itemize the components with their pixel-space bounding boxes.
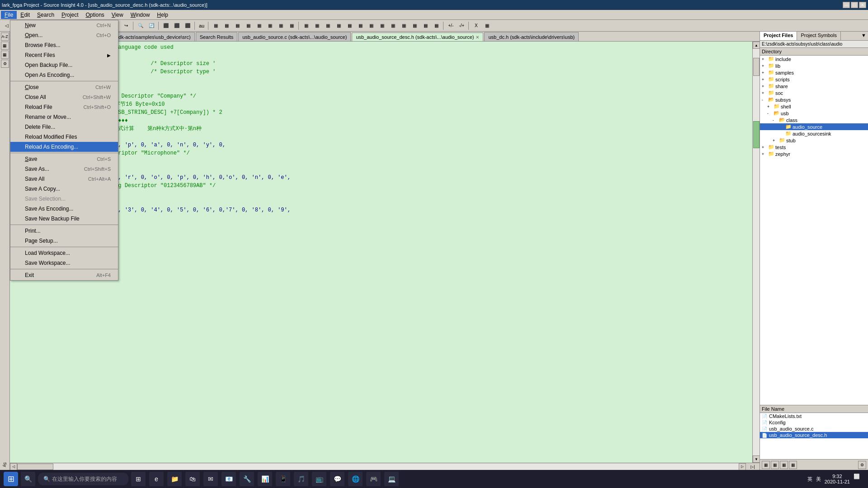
taskbar-clock[interactable]: 9:32 2020-11-21 [825, 474, 850, 484]
toolbar-btn-17[interactable]: ▦ [355, 21, 365, 30]
taskbar-btn-app8[interactable]: 🌐 [348, 472, 363, 486]
menu-item-save-encoding[interactable]: Save As Encoding... [10, 204, 118, 214]
tab-close-icon[interactable]: ✕ [476, 35, 479, 40]
start-button[interactable]: ⊞ [4, 472, 18, 486]
menu-item-save[interactable]: Save Ctrl+S [10, 154, 118, 164]
menu-item-save-workspace[interactable]: Save Workspace... [10, 258, 118, 268]
tree-item-share[interactable]: + 📁 share [760, 83, 868, 89]
toolbar-btn-23[interactable]: ▦ [420, 21, 430, 30]
tab-searchresults[interactable]: Search Results [196, 32, 238, 41]
sidebar-btn-1[interactable]: ▦ [1, 42, 9, 50]
right-panel-dropdown[interactable]: ▼ [859, 32, 868, 40]
scroll-track[interactable] [753, 49, 760, 455]
hscroll-left-btn[interactable]: ◁ [10, 463, 17, 470]
toolbar-btn-25[interactable]: X [471, 21, 481, 30]
menu-item-close[interactable]: Close Ctrl+W [10, 82, 118, 92]
menu-item-load-workspace[interactable]: Load Workspace... [10, 248, 118, 258]
menu-item-reload-encoding[interactable]: Reload As Encoding... [10, 142, 118, 152]
hscroll-right-btn[interactable]: ▷ [739, 463, 746, 470]
hscroll-thumb[interactable] [17, 464, 53, 470]
tab-usbaudiosource[interactable]: usb_audio_source.c (sdk-acts\...\audio_s… [238, 32, 351, 41]
menu-file[interactable]: File [1, 11, 17, 19]
menu-window[interactable]: Window [127, 11, 154, 19]
menu-item-open-backup[interactable]: Open Backup File... [10, 60, 118, 70]
rpanel-btn-3[interactable]: ▦ [780, 461, 788, 469]
tree-item-samples[interactable]: + 📁 samples [760, 69, 868, 76]
menu-item-print[interactable]: Print... [10, 226, 118, 236]
hscroll-track[interactable] [17, 464, 739, 470]
taskbar-btn-app7[interactable]: 💬 [330, 472, 344, 486]
maximize-button[interactable]: □ [851, 2, 858, 8]
toolbar-btn-find[interactable]: 🔍 [136, 21, 146, 30]
sidebar-btn-az[interactable]: A-Z [1, 33, 9, 41]
taskbar-notification[interactable]: ⬜ [854, 474, 864, 484]
sidebar-btn-3[interactable]: ⚙ [1, 60, 9, 68]
toolbar-btn-18[interactable]: ▦ [366, 21, 376, 30]
sidebar-label-sy[interactable]: Sy [3, 460, 7, 469]
tree-item-stub[interactable]: + 📁 stub [760, 137, 868, 144]
tree-item-tests[interactable]: + 📁 tests [760, 144, 868, 150]
menu-item-save-copy[interactable]: Save A Copy... [10, 184, 118, 194]
code-editor[interactable]: * 0x0409 English(US) language code used … [10, 42, 752, 463]
toolbar-btn-5[interactable]: ▦ [222, 21, 231, 30]
menu-item-pagesetup[interactable]: Page Setup... [10, 236, 118, 246]
toolbar-btn-14[interactable]: ▦ [323, 21, 333, 30]
menu-options[interactable]: Options [82, 11, 108, 19]
menu-item-recent[interactable]: Recent Files ▶ [10, 50, 118, 60]
tree-item-zephyr[interactable]: + 📁 zephyr [760, 150, 868, 157]
tree-item-audio-sourcesink[interactable]: 📁 audio_sourcesink [760, 130, 868, 137]
taskbar-btn-app5[interactable]: 🎵 [294, 472, 308, 486]
tree-item-scripts[interactable]: + 📁 scripts [760, 76, 868, 83]
menu-item-closeall[interactable]: Close All Ctrl+Shift+W [10, 92, 118, 102]
tree-item-lib[interactable]: + 📁 lib [760, 62, 868, 69]
rpanel-btn-2[interactable]: ▦ [771, 461, 779, 469]
toolbar-btn-11[interactable]: ▦ [287, 21, 297, 30]
menu-item-saveall[interactable]: Save All Ctrl+Alt+A [10, 174, 118, 184]
tree-item-audio-source[interactable]: 📁 audio_source [760, 123, 868, 130]
toolbar-btn-21[interactable]: ▦ [399, 21, 409, 30]
taskbar-btn-store[interactable]: 🛍 [185, 472, 200, 486]
toolbar-btn-13[interactable]: ▦ [312, 21, 322, 30]
toolbar-btn-20[interactable]: ▦ [388, 21, 398, 30]
taskbar-btn-view[interactable]: ⊞ [131, 472, 146, 486]
toolbar-btn-zoom[interactable]: +/- [446, 21, 456, 30]
toolbar-btn-12[interactable]: ▦ [301, 21, 311, 30]
taskbar-btn-app4[interactable]: 📱 [276, 472, 290, 486]
rpanel-btn-4[interactable]: ▦ [789, 461, 797, 469]
taskbar-btn-app1[interactable]: 📧 [222, 472, 236, 486]
right-tab-project-symbols[interactable]: Project Symbols [797, 32, 840, 40]
toolbar-btn-10[interactable]: ▦ [276, 21, 286, 30]
file-item-usbaudio-h[interactable]: 📄 usb_audio_source_desc.h [760, 432, 868, 438]
taskbar-btn-mail[interactable]: ✉ [203, 472, 218, 486]
taskbar-btn-edge[interactable]: e [149, 472, 164, 486]
scroll-thumb[interactable] [753, 58, 760, 76]
tree-item-subsys[interactable]: - 📂 subsys [760, 96, 868, 103]
close-button[interactable]: ✕ [859, 2, 866, 8]
menu-search[interactable]: Search [33, 11, 58, 19]
code-vscroll[interactable]: ▲ ▼ [752, 42, 760, 463]
toolbar-btn-16[interactable]: ▦ [344, 21, 354, 30]
menu-item-save-backup[interactable]: Save New Backup File [10, 214, 118, 224]
menu-item-open[interactable]: Open... Ctrl+O [10, 30, 118, 40]
menu-item-open-encoding[interactable]: Open As Encoding... [10, 70, 118, 80]
hscroll-more[interactable]: ▷| [746, 464, 760, 470]
menu-item-delete[interactable]: Delete File... [10, 122, 118, 132]
taskbar-btn-app10[interactable]: 💻 [384, 472, 399, 486]
rpanel-btn-settings[interactable]: ⚙ [858, 461, 866, 469]
menu-help[interactable]: Help [153, 11, 172, 19]
taskbar-btn-explorer[interactable]: 📁 [167, 472, 182, 486]
tree-item-include[interactable]: + 📁 include [760, 56, 868, 62]
tree-item-shell[interactable]: + 📁 shell [760, 103, 868, 110]
taskbar-btn-app6[interactable]: 📺 [312, 472, 326, 486]
toolbar-btn-7[interactable]: ▦ [243, 21, 253, 30]
tree-item-usb[interactable]: - 📂 usb [760, 110, 868, 117]
tree-item-soc[interactable]: + 📁 soc [760, 89, 868, 96]
toolbar-btn-2[interactable]: ⬛ [172, 21, 182, 30]
toolbar-btn-8[interactable]: ▦ [254, 21, 264, 30]
taskbar-search-box[interactable]: 🔍 在这里输入你要搜索的内容 [38, 473, 128, 485]
tree-item-class[interactable]: - 📂 class [760, 117, 868, 123]
scroll-up-btn[interactable]: ▲ [753, 42, 760, 49]
right-tab-project-files[interactable]: Project Files [760, 32, 797, 40]
menu-item-exit[interactable]: Exit Alt+F4 [10, 270, 118, 280]
toolbar-btn-26[interactable]: ▦ [482, 21, 492, 30]
